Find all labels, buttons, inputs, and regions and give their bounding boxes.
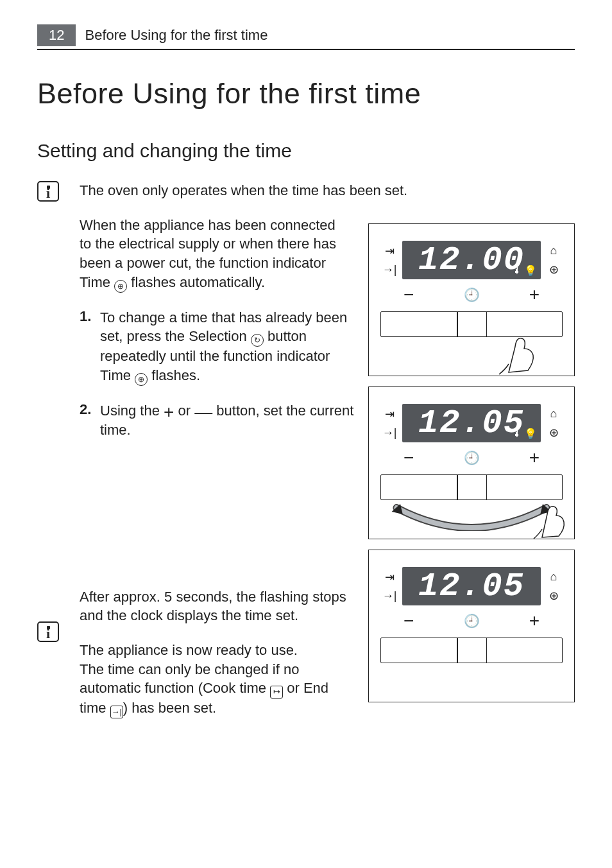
figure-display-initial: ⇥ →| 12.00 🌡💡 ⌂ ⊕ − 🕘 + (368, 223, 575, 376)
cook-time-icon: ↦ (270, 686, 283, 699)
button-row: − 🕘 + (380, 284, 563, 305)
step-number: 1. (80, 308, 91, 325)
lcd-display: 12.05 (402, 567, 541, 605)
lcd-display: 12.05 🌡💡 (402, 404, 541, 442)
clock-small-icon: ⊕ (549, 589, 559, 603)
note-change-condition: The time can only be changed if no autom… (80, 660, 349, 719)
aux-display (380, 638, 563, 663)
content-area: i The oven only operates when the time h… (37, 181, 575, 718)
start-arrow-icon: ⇥ (385, 570, 395, 584)
selection-button[interactable]: 🕘 (464, 287, 480, 302)
left-display-icons: ⇥ →| (380, 570, 398, 603)
right-display-icons: ⌂ ⊕ (545, 570, 563, 603)
start-arrow-icon: ⇥ (385, 244, 395, 258)
text: or (174, 403, 194, 419)
bell-icon: ⌂ (550, 244, 557, 257)
right-display-icons: ⌂ ⊕ (545, 244, 563, 277)
light-indicator-icon: 💡 (524, 265, 537, 277)
text: ) has been set. (123, 700, 217, 716)
clock-small-icon: ⊕ (549, 263, 559, 277)
temp-indicator-icon: 🌡 (512, 265, 522, 277)
button-row: − 🕘 + (380, 447, 563, 468)
text: To change a time that has already been s… (100, 309, 347, 345)
page-title: Before Using for the first time (37, 77, 575, 110)
clock-icon: ⊕ (114, 280, 127, 293)
bell-icon: ⌂ (550, 407, 557, 421)
left-display-icons: ⇥ →| (380, 407, 398, 440)
header-section-label: Before Using for the first time (85, 27, 268, 44)
selection-button[interactable]: 🕘 (464, 613, 480, 629)
info-icon: i (37, 621, 59, 642)
paragraph-ready: The appliance is now ready to use. (80, 641, 349, 660)
hand-pointer-icon (496, 324, 541, 378)
clock-small-icon: ⊕ (549, 426, 559, 440)
step-number: 2. (80, 401, 91, 418)
end-arrow-icon: →| (382, 589, 397, 603)
display-digits: 12.00 (418, 241, 525, 279)
text: The time can only be changed if no autom… (80, 661, 299, 697)
selection-button[interactable]: 🕘 (464, 450, 480, 465)
selection-icon: ↻ (251, 334, 264, 347)
page-subtitle: Setting and changing the time (37, 140, 575, 162)
light-indicator-icon: 💡 (524, 428, 537, 440)
info-icon: i (37, 181, 59, 202)
temp-indicator-icon: 🌡 (512, 428, 522, 440)
lcd-display: 12.00 🌡💡 (402, 241, 541, 279)
minus-button[interactable]: − (404, 284, 414, 305)
intro-note: The oven only operates when the time has… (80, 181, 426, 200)
end-arrow-icon: →| (382, 426, 397, 440)
end-arrow-icon: →| (382, 263, 397, 277)
bell-icon: ⌂ (550, 570, 557, 584)
button-row: − 🕘 + (380, 611, 563, 631)
end-time-icon: →| (110, 706, 123, 718)
minus-button[interactable]: − (404, 611, 414, 631)
clock-icon: ⊕ (135, 373, 148, 386)
figure-display-setting: ⇥ →| 12.05 🌡💡 ⌂ ⊕ − 🕘 + (368, 386, 575, 539)
hand-pointer-icon (532, 494, 570, 542)
paragraph-after-set: After approx. 5 seconds, the flashing st… (80, 587, 349, 625)
figure-display-set: ⇥ →| 12.05 ⌂ ⊕ − 🕘 + (368, 550, 575, 702)
text: flashes. (148, 367, 200, 383)
paragraph-initial-flash: When the appliance has been connected to… (80, 216, 349, 293)
page-number: 12 (37, 24, 76, 46)
plus-button[interactable]: + (529, 284, 540, 305)
start-arrow-icon: ⇥ (385, 407, 395, 421)
minus-button[interactable]: − (404, 447, 414, 468)
display-digits: 12.05 (418, 404, 525, 442)
right-display-icons: ⌂ ⊕ (545, 407, 563, 440)
page-header: 12 Before Using for the first time (37, 24, 575, 50)
plus-button[interactable]: + (529, 611, 540, 631)
display-digits: 12.05 (418, 568, 525, 605)
text: flashes automatically. (127, 274, 265, 290)
text: Using the (100, 403, 164, 419)
plus-button[interactable]: + (529, 447, 540, 468)
left-display-icons: ⇥ →| (380, 244, 398, 277)
